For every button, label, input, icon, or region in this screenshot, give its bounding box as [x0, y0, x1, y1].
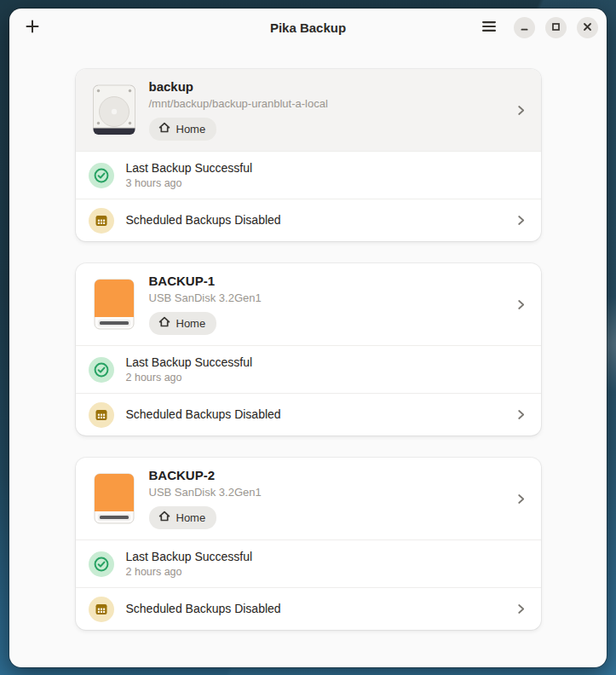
backup-card: BACKUP-1 USB SanDisk 3.2Gen1 Home [76, 263, 541, 436]
status-text: Last Backup Successful 2 hours ago [126, 355, 527, 384]
status-title: Last Backup Successful [126, 355, 527, 370]
location-badge: Home [149, 118, 217, 141]
status-title: Last Backup Successful [126, 549, 527, 564]
maximize-button[interactable] [545, 17, 567, 38]
location-badge: Home [149, 312, 217, 335]
status-text: Last Backup Successful 3 hours ago [126, 160, 527, 190]
header-bar: Pika Backup [9, 9, 607, 46]
scheduled-backups-row[interactable]: Scheduled Backups Disabled [76, 393, 541, 436]
hard-drive-icon [92, 84, 136, 136]
calendar-icon [89, 402, 114, 428]
backup-header-text: BACKUP-2 USB SanDisk 3.2Gen1 Home [149, 468, 502, 528]
backup-card-header[interactable]: backup /mnt/backup/backup-uranblut-a-loc… [76, 69, 541, 151]
schedule-text: Scheduled Backups Disabled [126, 407, 503, 422]
maximize-icon [551, 21, 561, 34]
backup-card-header[interactable]: BACKUP-2 USB SanDisk 3.2Gen1 Home [76, 458, 541, 539]
chevron-right-icon [515, 493, 527, 505]
backup-detail: /mnt/backup/backup-uranblut-a-local [149, 96, 328, 112]
last-backup-status-row: Last Backup Successful 3 hours ago [76, 151, 541, 199]
minimize-button[interactable] [514, 17, 535, 38]
backup-detail: USB SanDisk 3.2Gen1 [149, 485, 262, 500]
chevron-right-icon [515, 214, 527, 227]
close-button[interactable] [577, 17, 598, 38]
scheduled-backups-row[interactable]: Scheduled Backups Disabled [76, 587, 541, 630]
chevron-right-icon [515, 408, 527, 421]
location-badge-label: Home [176, 123, 206, 136]
backup-header-text: backup /mnt/backup/backup-uranblut-a-loc… [149, 79, 502, 140]
backup-list: backup /mnt/backup/backup-uranblut-a-loc… [9, 46, 607, 630]
status-time: 2 hours ago [126, 565, 527, 579]
add-backup-button[interactable] [18, 13, 47, 42]
backup-name: BACKUP-1 [149, 274, 216, 290]
backup-card: BACKUP-2 USB SanDisk 3.2Gen1 Home [76, 458, 541, 630]
backup-detail: USB SanDisk 3.2Gen1 [149, 291, 262, 306]
backup-name: backup [149, 79, 194, 95]
schedule-label: Scheduled Backups Disabled [126, 407, 503, 422]
last-backup-status-row: Last Backup Successful 2 hours ago [76, 539, 541, 587]
last-backup-status-row: Last Backup Successful 2 hours ago [76, 345, 541, 393]
status-title: Last Backup Successful [126, 160, 527, 176]
calendar-icon [89, 208, 114, 234]
backup-card: backup /mnt/backup/backup-uranblut-a-loc… [76, 69, 541, 241]
chevron-right-icon [515, 603, 527, 615]
status-text: Last Backup Successful 2 hours ago [126, 549, 527, 579]
chevron-right-icon [515, 104, 527, 117]
location-badge: Home [149, 506, 217, 529]
success-check-icon [89, 163, 114, 188]
schedule-text: Scheduled Backups Disabled [126, 212, 503, 228]
status-time: 2 hours ago [126, 371, 527, 384]
main-menu-button[interactable] [475, 13, 504, 42]
home-icon [158, 510, 171, 526]
status-time: 3 hours ago [126, 176, 527, 190]
plus-icon [25, 19, 40, 37]
schedule-text: Scheduled Backups Disabled [126, 601, 503, 616]
backup-card-header[interactable]: BACKUP-1 USB SanDisk 3.2Gen1 Home [76, 263, 541, 345]
usb-drive-icon [92, 278, 136, 331]
scheduled-backups-row[interactable]: Scheduled Backups Disabled [76, 199, 541, 241]
home-icon [158, 121, 171, 137]
location-badge-label: Home [176, 317, 206, 330]
location-badge-label: Home [176, 511, 206, 524]
backup-name: BACKUP-2 [149, 468, 216, 484]
chevron-right-icon [515, 298, 527, 311]
close-icon [583, 21, 592, 34]
success-check-icon [89, 551, 114, 577]
backup-header-text: BACKUP-1 USB SanDisk 3.2Gen1 Home [149, 274, 502, 334]
usb-drive-icon [92, 472, 136, 525]
schedule-label: Scheduled Backups Disabled [126, 212, 503, 228]
home-icon [158, 315, 171, 332]
schedule-label: Scheduled Backups Disabled [126, 601, 503, 616]
calendar-icon [89, 597, 114, 622]
success-check-icon [89, 357, 114, 383]
header-right-controls [475, 13, 598, 42]
minimize-icon [520, 21, 529, 34]
menu-icon [481, 20, 497, 35]
pika-backup-window: Pika Backup [9, 9, 607, 667]
